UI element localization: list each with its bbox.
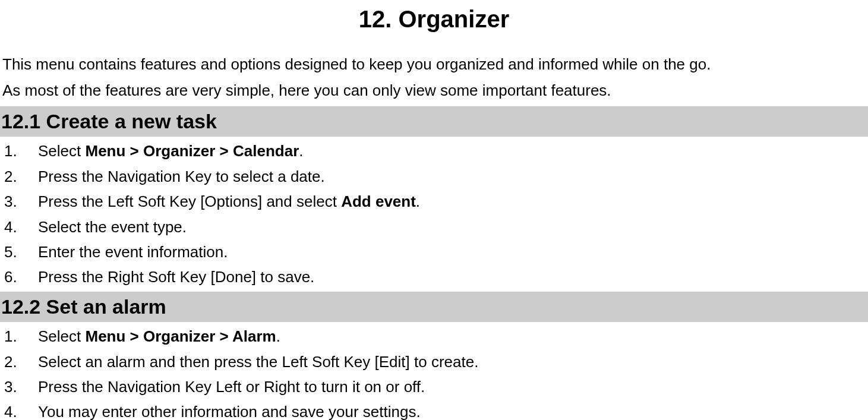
steps-list-create-task: Select Menu > Organizer > Calendar. Pres…: [0, 140, 868, 288]
step-item: Enter the event information.: [21, 241, 868, 263]
document-page: 12. Organizer This menu contains feature…: [0, 0, 868, 420]
section-heading-set-alarm: 12.2 Set an alarm: [0, 292, 868, 323]
step-item: Select Menu > Organizer > Alarm.: [21, 326, 868, 347]
text-run: Press the Left Soft Key [Options] and se…: [38, 192, 341, 210]
bold-text: Add event: [341, 192, 416, 210]
section-heading-create-task: 12.1 Create a new task: [0, 106, 868, 137]
text-run: Select: [38, 327, 86, 345]
step-item: Select Menu > Organizer > Calendar.: [21, 140, 868, 162]
text-run: Select an alarm and then press the Left …: [38, 353, 478, 371]
step-item: Select an alarm and then press the Left …: [21, 351, 868, 372]
text-run: Enter the event information.: [38, 243, 228, 261]
step-item: Press the Right Soft Key [Done] to save.: [21, 266, 868, 288]
text-run: .: [299, 142, 303, 160]
page-title: 12. Organizer: [0, 0, 868, 36]
intro-paragraph-2: As most of the features are very simple,…: [0, 80, 868, 101]
steps-list-set-alarm: Select Menu > Organizer > Alarm. Select …: [0, 326, 868, 420]
text-run: Press the Navigation Key Left or Right t…: [38, 378, 425, 396]
step-item: Press the Left Soft Key [Options] and se…: [21, 191, 868, 212]
text-run: .: [276, 327, 280, 345]
bold-text: Menu > Organizer > Calendar: [86, 142, 299, 160]
intro-paragraph-1: This menu contains features and options …: [0, 53, 868, 75]
text-run: Select the event type.: [38, 218, 187, 236]
text-run: .: [416, 192, 420, 210]
text-run: Press the Right Soft Key [Done] to save.: [38, 268, 314, 286]
step-item: Press the Navigation Key to select a dat…: [21, 166, 868, 187]
text-run: You may enter other information and save…: [38, 403, 421, 420]
bold-text: Menu > Organizer > Alarm: [86, 327, 276, 345]
step-item: You may enter other information and save…: [21, 401, 868, 420]
step-item: Select the event type.: [21, 216, 868, 238]
text-run: Select: [38, 142, 86, 160]
step-item: Press the Navigation Key Left or Right t…: [21, 376, 868, 397]
text-run: Press the Navigation Key to select a dat…: [38, 168, 325, 185]
